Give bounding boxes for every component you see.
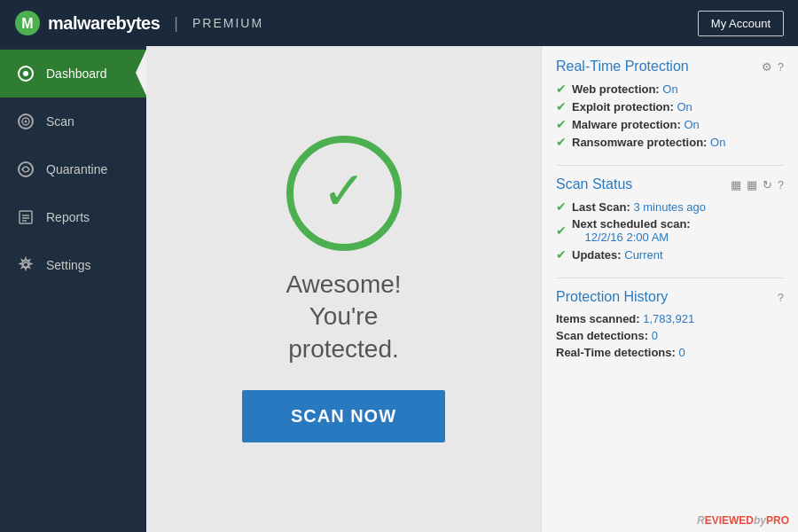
last-scan-item: ✔ Last Scan: 3 minutes ago [556, 200, 784, 214]
list-icon[interactable]: ▦ [747, 178, 757, 192]
checkmark-icon: ✓ [322, 165, 366, 218]
sidebar-item-reports[interactable]: Reports [0, 193, 146, 241]
realtime-protection-title: Real-Time Protection [556, 59, 689, 74]
scan-detections-item: Scan detections: 0 [556, 329, 784, 342]
protection-history-title: Protection History [556, 289, 668, 305]
reports-icon [16, 207, 35, 227]
realtime-detections-item: Real-Time detections: 0 [556, 346, 784, 359]
svg-rect-8 [20, 211, 32, 223]
right-panel: Real-Time Protection ⚙ ? ✔ Web protectio… [541, 46, 798, 532]
status-line1: Awesome! [286, 270, 401, 298]
svg-point-7 [19, 162, 33, 176]
realtime-protection-section: Real-Time Protection ⚙ ? ✔ Web protectio… [556, 59, 784, 149]
svg-text:M: M [21, 16, 33, 31]
logo: M malwarebytes | PREMIUM [14, 10, 263, 36]
divider-2 [556, 278, 784, 278]
check-icon-7: ✔ [556, 247, 567, 262]
app-body: Dashboard Scan Quarantine Reports [0, 46, 798, 532]
check-icon-4: ✔ [556, 135, 567, 149]
dashboard-icon [16, 64, 35, 83]
sidebar-item-label-dashboard: Dashboard [46, 66, 107, 81]
exploit-protection-label: Exploit protection: On [572, 100, 692, 113]
history-section-header: Protection History ? [556, 289, 784, 305]
status-message: Awesome! You're protected. [286, 269, 401, 365]
check-icon-6: ✔ [556, 223, 567, 238]
web-protection-item: ✔ Web protection: On [556, 82, 784, 96]
check-icon-2: ✔ [556, 99, 567, 113]
last-scan-label: Last Scan: 3 minutes ago [572, 200, 706, 214]
web-protection-label: Web protection: On [572, 82, 678, 96]
sidebar: Dashboard Scan Quarantine Reports [0, 46, 146, 532]
ransomware-protection-item: ✔ Ransomware protection: On [556, 135, 784, 149]
items-scanned-item: Items scanned: 1,783,921 [556, 312, 784, 325]
sidebar-item-scan[interactable]: Scan [0, 98, 146, 145]
logo-premium: PREMIUM [192, 16, 263, 30]
center-panel: ✓ Awesome! You're protected. Scan Now [146, 46, 541, 532]
scan-status-section: Scan Status ▦ ▦ ↻ ? ✔ Last Scan: 3 minut… [556, 176, 784, 262]
scan-status-header: Scan Status ▦ ▦ ↻ ? [556, 176, 784, 192]
history-section-icons: ? [778, 291, 784, 304]
check-icon-3: ✔ [556, 117, 567, 131]
logo-icon: M [14, 10, 41, 36]
exploit-protection-item: ✔ Exploit protection: On [556, 99, 784, 113]
logo-text: malwarebytes [48, 13, 160, 34]
status-line3: protected. [288, 335, 399, 363]
sidebar-item-quarantine[interactable]: Quarantine [0, 145, 146, 193]
updates-label: Updates: Current [572, 248, 663, 262]
next-scan-label: Next scheduled scan: 12/2/16 2:00 AM [572, 217, 691, 244]
scan-icon [16, 112, 35, 131]
app-header: M malwarebytes | PREMIUM My Account [0, 0, 798, 46]
gear-icon[interactable]: ⚙ [762, 60, 772, 74]
ransomware-protection-label: Ransomware protection: On [572, 136, 725, 149]
refresh-icon[interactable]: ↻ [763, 178, 772, 192]
svg-point-6 [25, 121, 27, 123]
sidebar-item-label-settings: Settings [46, 258, 91, 272]
sidebar-item-label-scan: Scan [46, 114, 74, 129]
check-icon: ✔ [556, 82, 567, 96]
help-icon[interactable]: ? [778, 60, 784, 74]
malware-protection-item: ✔ Malware protection: On [556, 117, 784, 131]
malware-protection-label: Malware protection: On [572, 118, 700, 131]
sidebar-item-dashboard[interactable]: Dashboard [0, 50, 146, 98]
sidebar-item-label-quarantine: Quarantine [46, 162, 107, 176]
protection-history-section: Protection History ? Items scanned: 1,78… [556, 289, 784, 359]
logo-divider: | [174, 14, 178, 33]
scan-status-title: Scan Status [556, 176, 632, 192]
settings-icon [16, 255, 35, 275]
calendar-icon[interactable]: ▦ [731, 178, 741, 192]
my-account-button[interactable]: My Account [698, 11, 784, 36]
scan-help-icon[interactable]: ? [778, 178, 784, 192]
svg-point-3 [23, 71, 28, 76]
scan-now-button[interactable]: Scan Now [242, 390, 445, 442]
sidebar-item-label-reports: Reports [46, 210, 90, 224]
main-content: ✓ Awesome! You're protected. Scan Now Re… [146, 46, 798, 532]
divider-1 [556, 165, 784, 166]
realtime-section-header: Real-Time Protection ⚙ ? [556, 59, 784, 74]
watermark: REVIEWEDbyPRO [697, 514, 789, 527]
realtime-section-icons: ⚙ ? [762, 60, 784, 74]
scan-section-icons: ▦ ▦ ↻ ? [731, 178, 784, 192]
history-help-icon[interactable]: ? [778, 291, 784, 304]
sidebar-item-settings[interactable]: Settings [0, 241, 146, 289]
status-line2: You're [309, 302, 379, 330]
updates-item: ✔ Updates: Current [556, 247, 784, 262]
quarantine-icon [16, 160, 35, 179]
status-check-circle: ✓ [286, 136, 402, 251]
check-icon-5: ✔ [556, 200, 567, 214]
next-scan-item: ✔ Next scheduled scan: 12/2/16 2:00 AM [556, 217, 784, 244]
